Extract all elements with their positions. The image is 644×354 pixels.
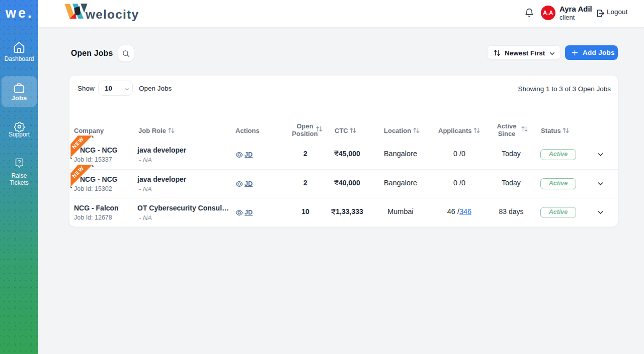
svg-text:?: ? <box>18 159 21 165</box>
